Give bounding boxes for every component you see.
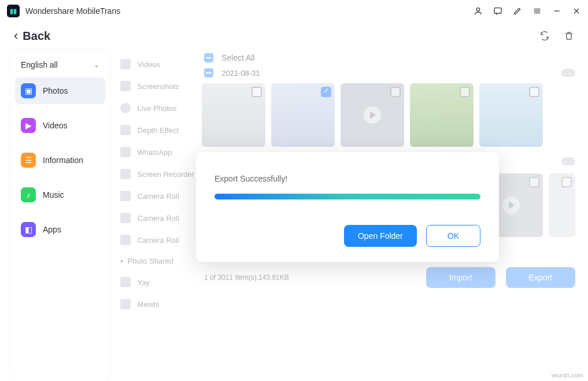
- sidebar-item-label: Information: [43, 156, 83, 165]
- apps-icon: ◧: [21, 222, 36, 237]
- photo-thumbnail[interactable]: [202, 83, 265, 147]
- photo-thumbnail[interactable]: [479, 83, 543, 147]
- folder-icon: [120, 59, 131, 69]
- dialog-title: Export Successfully!: [215, 174, 480, 183]
- status-text: 1 of 3011 Item(s),143.81KB: [204, 273, 289, 282]
- folder-icon: [120, 299, 131, 309]
- folder-icon: [120, 169, 131, 179]
- play-icon: [364, 106, 381, 124]
- titlebar-controls: [474, 6, 581, 16]
- sub-item-camera-roll[interactable]: Camera Roll: [117, 229, 198, 251]
- sidebar-item-label: Music: [43, 190, 64, 199]
- thumbnail-row: [202, 83, 575, 147]
- sub-item-camera-roll[interactable]: Camera Roll: [117, 185, 198, 207]
- sidebar-item-videos[interactable]: ▶ Videos: [15, 112, 105, 139]
- photo-thumbnail[interactable]: [549, 173, 575, 237]
- video-thumbnail[interactable]: [341, 83, 404, 147]
- trash-icon[interactable]: [564, 31, 574, 41]
- sub-item-yay[interactable]: Yay: [117, 271, 198, 293]
- thumb-checkbox[interactable]: [460, 87, 470, 97]
- videos-icon: ▶: [21, 118, 36, 133]
- app-title: Wondershare MobileTrans: [25, 6, 120, 16]
- watermark: wsxdn.com: [552, 372, 583, 379]
- sidebar-item-label: Apps: [43, 225, 61, 234]
- sub-item-whatsapp[interactable]: WhatsApp: [117, 141, 198, 163]
- export-success-dialog: Export Successfully! Open Folder OK: [196, 152, 499, 262]
- close-icon[interactable]: [572, 6, 581, 16]
- sub-item-screen-recorder[interactable]: Screen Recorder: [117, 163, 198, 185]
- sub-item-videos[interactable]: Videos: [117, 53, 198, 75]
- app-logo: ▮▮: [7, 5, 20, 17]
- photos-icon: ▣: [21, 83, 36, 98]
- sub-item-live-photos[interactable]: Live Photos: [117, 97, 198, 119]
- refresh-icon[interactable]: [539, 31, 550, 41]
- back-arrow-icon[interactable]: ‹: [14, 28, 18, 43]
- thumb-checkbox[interactable]: [529, 177, 539, 187]
- sub-section-photo-shared[interactable]: ▾Photo Shared: [117, 251, 198, 271]
- thumb-checkbox[interactable]: [561, 177, 572, 187]
- folder-icon: [120, 147, 131, 157]
- select-all-checkbox[interactable]: [204, 53, 213, 62]
- folder-icon: [120, 235, 131, 245]
- sidebar-item-apps[interactable]: ◧ Apps: [15, 216, 105, 243]
- select-all-label: Select All: [221, 53, 255, 62]
- caret-down-icon: ▾: [120, 258, 123, 264]
- language-label: English all: [21, 60, 58, 69]
- sub-item-depth-effect[interactable]: Depth Effect: [117, 119, 198, 141]
- svg-point-0: [476, 8, 479, 11]
- menu-icon[interactable]: [532, 6, 542, 16]
- sub-item-meishi[interactable]: Meishi: [117, 293, 198, 315]
- titlebar: ▮▮ Wondershare MobileTrans: [0, 0, 588, 22]
- sub-item-camera-roll[interactable]: Camera Roll: [117, 207, 198, 229]
- import-button[interactable]: Import: [426, 267, 495, 288]
- date-group-checkbox[interactable]: [204, 68, 213, 77]
- folder-icon: [120, 125, 131, 135]
- information-icon: ☰: [21, 153, 36, 168]
- photo-thumbnail[interactable]: [410, 83, 474, 147]
- subcategory-sidebar: Videos Screenshots Live Photos Depth Eff…: [110, 50, 202, 381]
- thumb-checkbox[interactable]: [390, 87, 401, 97]
- sub-item-screenshots[interactable]: Screenshots: [117, 75, 198, 97]
- thumb-checkbox[interactable]: [529, 87, 539, 97]
- folder-icon: [120, 213, 131, 223]
- music-icon: ♪: [21, 187, 36, 202]
- date-label: 2021-08-31: [221, 69, 260, 77]
- folder-icon: [120, 191, 131, 201]
- thumb-checkbox[interactable]: [252, 87, 262, 97]
- open-folder-button[interactable]: Open Folder: [344, 225, 417, 247]
- sidebar-item-label: Photos: [43, 86, 68, 95]
- message-icon[interactable]: [493, 6, 502, 16]
- folder-icon: [120, 277, 131, 287]
- play-icon: [502, 197, 520, 214]
- photo-thumbnail[interactable]: [271, 83, 335, 147]
- folder-icon: [120, 81, 131, 91]
- export-button[interactable]: Export: [506, 267, 575, 288]
- edit-icon[interactable]: [513, 6, 522, 16]
- back-label[interactable]: Back: [23, 29, 50, 43]
- count-badge: [561, 157, 575, 165]
- sidebar-item-information[interactable]: ☰ Information: [15, 147, 105, 173]
- minimize-icon[interactable]: [552, 6, 561, 16]
- count-badge: [561, 69, 575, 77]
- sidebar-item-music[interactable]: ♪ Music: [15, 182, 105, 208]
- svg-rect-1: [494, 8, 501, 13]
- progress-bar: [215, 194, 480, 199]
- chevron-down-icon: ⌄: [94, 61, 99, 69]
- sidebar-item-photos[interactable]: ▣ Photos: [15, 77, 105, 104]
- user-icon[interactable]: [474, 6, 483, 16]
- language-selector[interactable]: English all ⌄: [15, 53, 105, 77]
- header: ‹ Back: [0, 22, 588, 50]
- category-sidebar: English all ⌄ ▣ Photos ▶ Videos ☰ Inform…: [10, 50, 110, 381]
- folder-icon: [120, 103, 131, 113]
- thumb-checkbox[interactable]: [321, 87, 331, 97]
- sidebar-item-label: Videos: [43, 121, 68, 130]
- ok-button[interactable]: OK: [426, 225, 480, 247]
